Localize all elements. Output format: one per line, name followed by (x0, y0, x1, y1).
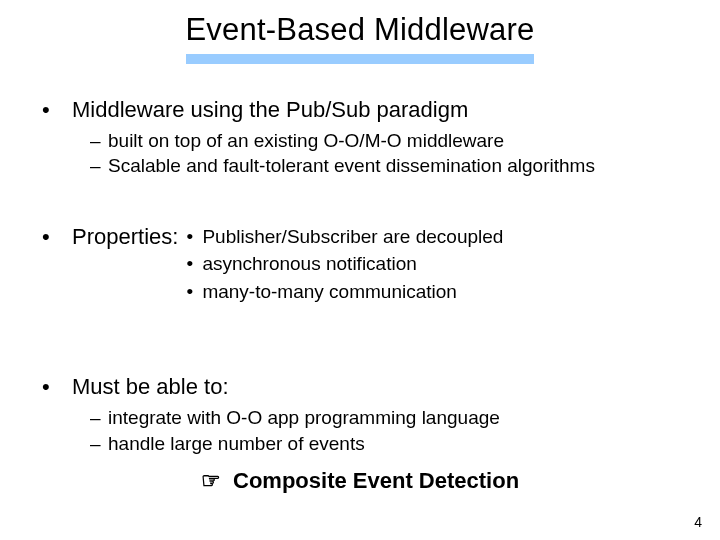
sub-item: many-to-many communication (186, 278, 503, 306)
bullet-3-text: Must be able to: (72, 374, 229, 399)
sub-item: Scalable and fault-tolerant event dissem… (90, 153, 686, 179)
sub-item: Publisher/Subscriber are decoupled (186, 223, 503, 251)
slide-body: Middleware using the Pub/Sub paradigm bu… (36, 96, 686, 456)
bullet-1-sublist: built on top of an existing O-O/M-O midd… (72, 128, 686, 179)
sub-item: integrate with O-O app programming langu… (90, 405, 686, 431)
spacer (36, 305, 686, 373)
callout-text: Composite Event Detection (233, 468, 519, 493)
title-underline (186, 54, 534, 64)
bullet-3: Must be able to: integrate with O-O app … (36, 373, 686, 456)
bullet-list: Middleware using the Pub/Sub paradigm bu… (36, 96, 686, 456)
bullet-1: Middleware using the Pub/Sub paradigm bu… (36, 96, 686, 179)
bullet-1-text: Middleware using the Pub/Sub paradigm (72, 97, 468, 122)
properties-sublist: Publisher/Subscriber are decoupled async… (186, 223, 503, 306)
properties-label: Properties: (72, 223, 178, 251)
pointing-hand-icon: ☞ (201, 468, 221, 493)
sub-item: handle large number of events (90, 431, 686, 457)
slide-title: Event-Based Middleware (185, 12, 534, 48)
bullet-3-sublist: integrate with O-O app programming langu… (72, 405, 686, 456)
title-wrap: Event-Based Middleware (0, 12, 720, 48)
spacer (36, 179, 686, 223)
sub-item: built on top of an existing O-O/M-O midd… (90, 128, 686, 154)
bullet-2: Properties: Publisher/Subscriber are dec… (36, 223, 686, 306)
slide: Event-Based Middleware Middleware using … (0, 0, 720, 540)
sub-item: asynchronous notification (186, 250, 503, 278)
properties-row: Properties: Publisher/Subscriber are dec… (72, 223, 686, 306)
callout: ☞ Composite Event Detection (0, 468, 720, 494)
page-number: 4 (694, 514, 702, 530)
